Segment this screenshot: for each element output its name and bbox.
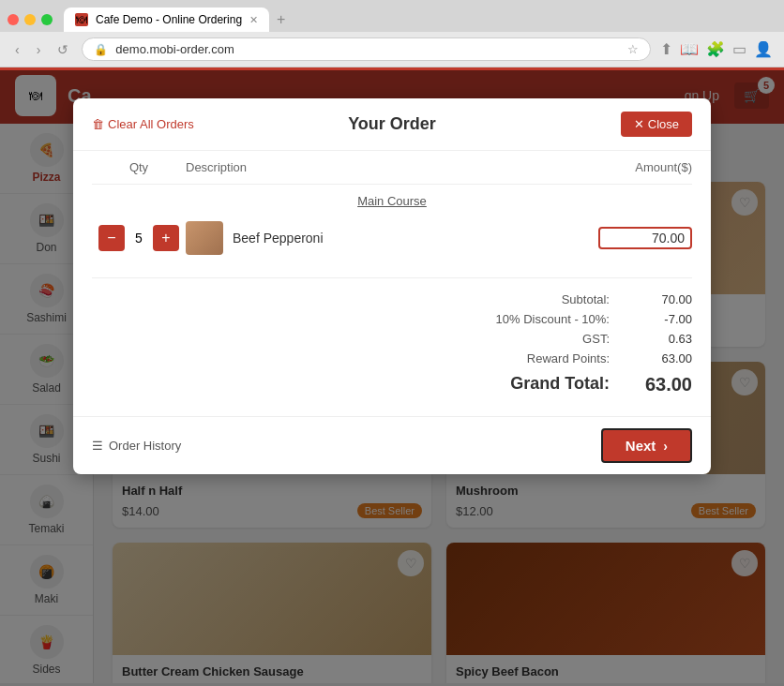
grand-total-row: Grand Total: 63.00: [92, 368, 692, 401]
chevron-right-icon: ›: [663, 439, 668, 454]
modal-body: Qty Description Amount($) Main Course − …: [73, 151, 711, 416]
grand-total-value: 63.00: [617, 374, 692, 395]
increase-qty-button[interactable]: +: [153, 225, 179, 251]
reload-button[interactable]: ↺: [53, 40, 72, 59]
decrease-qty-button[interactable]: −: [98, 225, 125, 251]
bookmark-toolbar-icon[interactable]: 📖: [680, 40, 699, 58]
url-input[interactable]: 🔒 demo.mobi-order.com ☆: [82, 37, 651, 61]
subtotal-label: Subtotal:: [562, 292, 610, 306]
gst-value: 0.63: [617, 332, 692, 346]
share-icon[interactable]: ⬆: [660, 40, 672, 58]
close-icon: ✕: [634, 117, 644, 131]
qty-header: Qty: [92, 160, 186, 174]
gst-label: GST:: [582, 332, 610, 346]
modal-title: Your Order: [348, 114, 436, 134]
subtotal-row: Subtotal: 70.00: [92, 290, 692, 309]
item-amount: 70.00: [598, 227, 692, 249]
reward-row: Reward Points: 63.00: [92, 349, 692, 368]
close-button[interactable]: ✕ Close: [621, 112, 692, 137]
order-table-header: Qty Description Amount($): [92, 151, 692, 185]
clear-all-orders-button[interactable]: 🗑 Clear All Orders: [92, 117, 194, 131]
discount-label: 10% Discount - 10%:: [496, 312, 610, 326]
back-button[interactable]: ‹: [11, 40, 23, 59]
item-image: [186, 221, 223, 255]
bookmark-icon[interactable]: ☆: [627, 42, 639, 56]
list-icon: ☰: [92, 439, 103, 453]
item-name: Beef Pepperoni: [233, 231, 598, 246]
qty-controls: − 5 +: [92, 225, 186, 251]
next-button[interactable]: Next ›: [601, 428, 692, 463]
order-history-button[interactable]: ☰ Order History: [92, 439, 181, 453]
url-text: demo.mobi-order.com: [115, 42, 620, 56]
order-modal: 🗑 Clear All Orders Your Order ✕ Close Qt…: [73, 98, 711, 474]
close-window-icon[interactable]: [8, 14, 19, 25]
tab-title: Cafe Demo - Online Ordering: [96, 13, 242, 26]
amount-header: Amount($): [598, 160, 692, 174]
tab-favicon: 🍽: [75, 13, 88, 26]
new-tab-button[interactable]: +: [269, 7, 293, 32]
maximize-window-icon[interactable]: [41, 14, 53, 25]
subtotal-value: 70.00: [617, 292, 692, 306]
minimize-window-icon[interactable]: [24, 14, 36, 25]
reward-value: 63.00: [617, 351, 692, 365]
extensions-icon[interactable]: 🧩: [706, 40, 725, 58]
trash-icon: 🗑: [92, 117, 104, 131]
tab-close-icon[interactable]: ✕: [249, 14, 258, 26]
order-totals: Subtotal: 70.00 10% Discount - 10%: -7.0…: [92, 277, 692, 401]
browser-chrome: 🍽 Cafe Demo - Online Ordering ✕ + ‹ › ↺ …: [0, 0, 784, 67]
clear-label: Clear All Orders: [108, 117, 194, 131]
modal-header: 🗑 Clear All Orders Your Order ✕ Close: [73, 98, 711, 151]
toolbar-icons: ⬆ 📖 🧩 ▭ 👤: [660, 40, 773, 58]
desc-header: Description: [186, 160, 598, 174]
category-label: Main Course: [92, 185, 692, 214]
address-bar: ‹ › ↺ 🔒 demo.mobi-order.com ☆ ⬆ 📖 🧩 ▭ 👤: [0, 32, 784, 67]
sidebar-toggle-icon[interactable]: ▭: [732, 40, 746, 58]
forward-button[interactable]: ›: [33, 40, 45, 59]
grand-total-label: Grand Total:: [510, 374, 610, 395]
order-history-label: Order History: [109, 439, 181, 453]
modal-footer: ☰ Order History Next ›: [73, 416, 711, 474]
window-controls: [8, 14, 53, 25]
address-icons: ☆: [627, 42, 639, 56]
close-label: Close: [648, 117, 679, 131]
discount-row: 10% Discount - 10%: -7.00: [92, 309, 692, 329]
next-label: Next: [626, 438, 656, 454]
active-tab[interactable]: 🍽 Cafe Demo - Online Ordering ✕: [64, 7, 269, 32]
modal-overlay: 🗑 Clear All Orders Your Order ✕ Close Qt…: [0, 70, 784, 686]
gst-row: GST: 0.63: [92, 329, 692, 349]
qty-number: 5: [125, 231, 153, 246]
order-row: − 5 + Beef Pepperoni 70.00: [92, 214, 692, 262]
profile-icon[interactable]: 👤: [754, 40, 773, 58]
reward-label: Reward Points:: [527, 351, 610, 365]
discount-value: -7.00: [617, 312, 692, 326]
